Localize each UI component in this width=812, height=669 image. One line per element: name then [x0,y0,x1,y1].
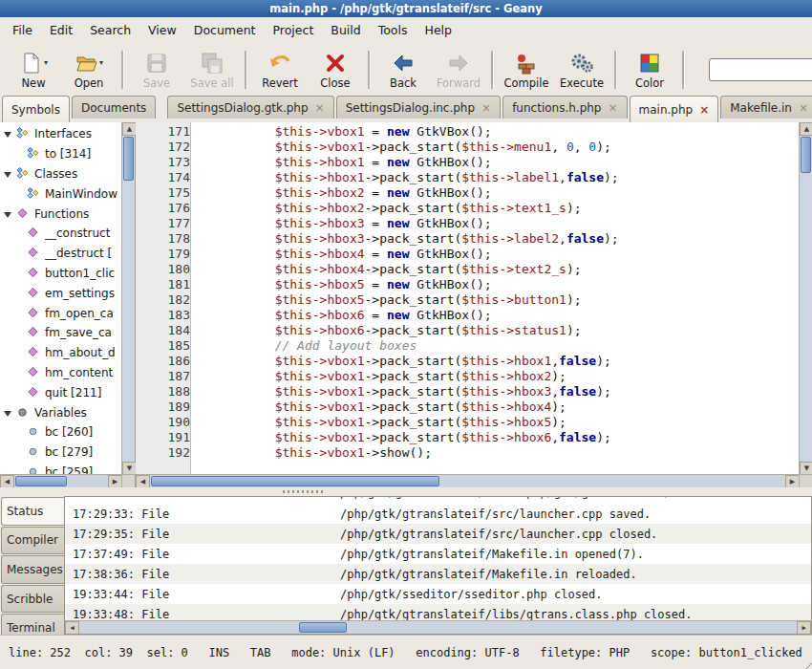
menu-help[interactable]: Help [417,19,461,41]
message-row[interactable]: 17:37:49: File/php/gtk/gtranslateif/Make… [65,544,811,564]
tree-item[interactable]: quit [211] [0,382,122,402]
code-area[interactable]: 171 $this->vbox1 = new GtkVBox();172 $th… [136,124,800,475]
code-line[interactable]: 172 $this->vbox1->pack_start($this->menu… [136,140,800,155]
bottom-tab-compiler[interactable]: Compiler [1,527,64,555]
scroll-up-icon[interactable]: ▲ [122,122,137,136]
editor-hscrollbar[interactable]: ◀ ▶ [136,474,800,487]
code-line[interactable]: 173 $this->hbox1 = new GtkHBox(); [136,155,800,170]
bottom-tab-status[interactable]: Status [1,497,64,526]
menu-search[interactable]: Search [81,19,139,41]
messages-hscrollbar[interactable]: ◀ ▶ [65,620,811,634]
scroll-right-icon[interactable]: ▶ [797,621,811,635]
open-button[interactable]: ▾Open [61,49,117,92]
code-line[interactable]: 185 // Add layout boxes [136,338,800,354]
document-tab[interactable]: SettingsDialog.gtk.php× [167,96,333,119]
compile-button[interactable]: Compile [499,49,554,92]
code-line[interactable]: 184 $this->hbox6->pack_start($this->stat… [136,323,800,338]
sidebar-hscroll-trough[interactable] [14,475,108,487]
tree-item[interactable]: to [314] [0,144,122,164]
code-line[interactable]: 176 $this->hbox2->pack_start($this->text… [136,201,800,216]
scroll-right-icon[interactable]: ▶ [785,475,800,488]
expander-icon[interactable] [4,212,11,222]
tree-item[interactable]: bc [279] [0,442,122,463]
tree-item[interactable]: MainWindow [0,183,122,204]
editor[interactable]: 171 $this->vbox1 = new GtkVBox();172 $th… [136,122,812,487]
message-row[interactable]: 17:38:36: File/php/gtk/gtranslateif/Make… [65,564,811,584]
close-tab-icon[interactable]: × [481,102,491,114]
expander-icon[interactable] [4,172,11,182]
tree-item[interactable]: Classes [0,164,122,184]
document-tab[interactable]: Makefile.in× [720,96,812,119]
tree-item[interactable]: __construct [0,224,122,244]
menu-file[interactable]: File [4,19,41,41]
editor-vscrollbar[interactable]: ▲ ▼ [799,122,812,475]
tree-item[interactable]: button1_clic [0,264,122,284]
code-line[interactable]: 183 $this->hbox6 = new GtkHBox(); [136,308,800,323]
revert-button[interactable]: Revert [252,49,308,92]
tree-item[interactable]: Functions [0,204,122,224]
menu-edit[interactable]: Edit [41,19,81,41]
bottom-tab-scribble[interactable]: Scribble [1,585,64,614]
scroll-up-icon[interactable]: ▲ [800,122,812,136]
new-dropdown-arrow-icon[interactable]: ▾ [44,58,48,67]
document-tab[interactable]: main.php× [630,96,719,122]
editor-vscroll-thumb[interactable] [801,137,811,173]
panel-splitter[interactable] [0,487,812,496]
tree-item[interactable]: fm_open_ca [0,303,122,323]
menu-view[interactable]: View [139,19,185,41]
code-line[interactable]: 186 $this->vbox1->pack_start($this->hbox… [136,354,800,369]
messages-hscroll-trough[interactable] [79,621,797,634]
close-button[interactable]: Close [308,49,363,92]
menu-project[interactable]: Project [265,19,323,41]
code-line[interactable]: 190 $this->vbox1->pack_start($this->hbox… [136,415,800,430]
code-line[interactable]: 180 $this->hbox4->pack_start($this->text… [136,262,800,277]
tree-item[interactable]: bc [259] [0,463,122,475]
close-tab-icon[interactable]: × [609,102,618,114]
code-line[interactable]: 178 $this->hbox3->pack_start($this->labe… [136,231,800,247]
messages-hscroll-thumb[interactable] [299,622,347,633]
tree-item[interactable]: hm_about_d [0,343,122,363]
new-button[interactable]: ▾New [6,49,61,92]
code-line[interactable]: 182 $this->hbox5->pack_start($this->butt… [136,292,800,308]
expander-icon[interactable] [4,132,11,141]
tree-item[interactable]: em_settings [0,283,122,303]
sidebar-vscroll-thumb[interactable] [123,137,134,181]
tree-item[interactable]: Interfaces [0,124,122,144]
goto-entry[interactable] [709,58,812,81]
tree-item[interactable]: hm_content [0,363,122,383]
message-row[interactable]: 17:29:35: File/php/gtk/gtranslateif/src/… [65,524,811,544]
tree-item[interactable]: __destruct [ [0,244,122,264]
editor-vscroll-trough[interactable] [800,136,812,462]
code-line[interactable]: 179 $this->hbox4 = new GtkHBox(); [136,247,800,262]
open-dropdown-arrow-icon[interactable]: ▾ [99,58,103,67]
scroll-down-icon[interactable]: ▼ [800,462,812,475]
splitter-grip-icon[interactable] [283,490,325,493]
code-line[interactable]: 191 $this->vbox1->pack_start($this->hbox… [136,430,800,445]
code-line[interactable]: 187 $this->vbox1->pack_start($this->hbox… [136,369,800,384]
color-button[interactable]: Color [622,49,677,92]
sidebar-hscrollbar[interactable]: ◀ ▶ [0,474,122,487]
execute-button[interactable]: Execute [554,49,609,92]
message-row[interactable]: 17:29:33: File/php/gtk/gtranslateif/src/… [65,504,811,524]
tree-item[interactable]: fm_save_ca [0,323,122,343]
editor-hscroll-trough[interactable] [150,475,785,487]
scroll-right-icon[interactable]: ▶ [108,475,122,488]
back-button[interactable]: Back [375,49,431,92]
code-line[interactable]: 189 $this->vbox1->pack_start($this->hbox… [136,399,800,415]
scroll-left-icon[interactable]: ◀ [0,475,14,488]
tree-item[interactable]: Variables [0,402,122,422]
menu-tools[interactable]: Tools [370,19,417,41]
sidebar-hscroll-thumb[interactable] [15,476,67,486]
menu-document[interactable]: Document [185,19,265,41]
resize-grip[interactable] [805,655,812,669]
code-line[interactable]: 175 $this->hbox2 = new GtkHBox(); [136,185,800,201]
code-line[interactable]: 171 $this->vbox1 = new GtkVBox(); [136,124,800,140]
close-tab-icon[interactable]: × [315,102,325,114]
document-tab[interactable]: SettingsDialog.inc.php× [336,96,502,119]
message-row[interactable]: 19:33:44: File/php/gtk/sseditor/sseditor… [65,584,811,604]
sidebar-vscrollbar[interactable]: ▲ ▼ [121,122,135,475]
code-line[interactable]: 174 $this->hbox1->pack_start($this->labe… [136,170,800,185]
menu-build[interactable]: Build [322,19,369,41]
editor-hscroll-thumb[interactable] [151,476,439,486]
scroll-down-icon[interactable]: ▼ [122,462,137,475]
